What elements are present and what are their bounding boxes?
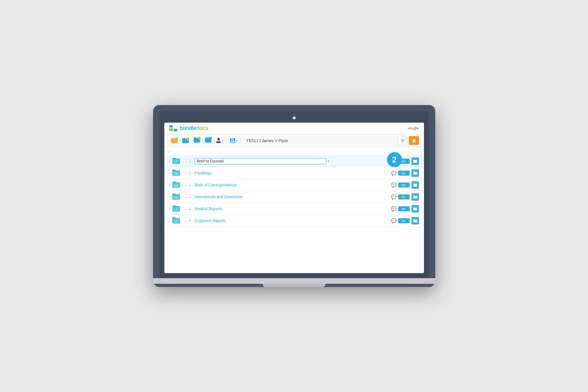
svg-rect-10 — [231, 138, 234, 140]
toolbar-title: TE511 | James V Piper — [246, 138, 288, 143]
row-actions-5: 💬 Inc — [391, 205, 419, 213]
screen: bundledocs info@▾ + — [164, 123, 424, 273]
row-expand-2[interactable]: › — [169, 171, 170, 175]
toolbar: + + — [164, 134, 424, 147]
save-button[interactable]: ▾ — [229, 136, 239, 145]
svg-text:↓: ↓ — [209, 137, 211, 140]
add-folder-button[interactable]: + — [181, 136, 191, 145]
folder-row: › 13 — 3 Book of Correspondence 💬 Inc — [164, 179, 424, 191]
camera — [293, 116, 296, 119]
comment-icon-5[interactable]: 💬 — [391, 206, 396, 211]
row-num-1: — 1 — [185, 159, 192, 163]
folder-action-btn-4[interactable] — [411, 193, 419, 201]
folder-action-btn-6[interactable] — [411, 217, 419, 225]
folder-icon-wrap-1: 7 — [172, 157, 180, 165]
folder-icon-wrap-6: 6 — [172, 217, 180, 225]
folder-icon-wrap-2: 10 — [172, 169, 180, 177]
logo-part1: bundle — [180, 125, 196, 131]
folder-row: › 12 — 4 Attendances and Statements 💬 In… — [164, 191, 424, 203]
refresh-button[interactable]: ⟳ — [398, 136, 407, 145]
svg-text:13: 13 — [175, 184, 177, 187]
row-expand-5[interactable]: › — [169, 207, 170, 210]
folder-action-btn-1[interactable] — [411, 157, 419, 165]
row-actions-6: 💬 Inc — [391, 217, 419, 225]
move-up-button[interactable]: ↑ — [192, 136, 202, 145]
expand-row: › — [164, 147, 424, 155]
comment-icon-6[interactable]: 💬 — [391, 218, 396, 223]
inc-btn-6[interactable]: Inc — [398, 218, 410, 223]
logo-icon — [169, 125, 178, 131]
laptop-frame: bundledocs info@▾ + — [153, 105, 435, 287]
svg-text:6: 6 — [176, 220, 177, 223]
expand-arrow[interactable]: › — [169, 150, 170, 153]
toolbar-right: ⟳ — [398, 136, 419, 145]
laptop-stand — [263, 284, 326, 287]
separator — [226, 137, 227, 144]
svg-text:12: 12 — [175, 196, 177, 199]
notification-button[interactable] — [409, 136, 419, 145]
row-num-4: — 4 — [185, 195, 192, 199]
screen-bezel: bundledocs info@▾ + — [159, 111, 429, 278]
folder-name-6: Engineers Reports — [195, 219, 391, 223]
folder-name-2: Pleadings — [195, 171, 391, 175]
row-expand-3[interactable]: › — [169, 183, 170, 187]
comment-icon-4[interactable]: 💬 — [391, 194, 396, 199]
folder-action-btn-5[interactable] — [411, 205, 419, 213]
person-dropdown-button[interactable]: ▾ — [215, 136, 225, 145]
row-num-2: — 2 — [185, 171, 192, 175]
svg-text:10: 10 — [175, 172, 177, 175]
folder-name-4: Attendances and Statements — [195, 195, 391, 199]
row-num-5: — 5 — [185, 207, 192, 211]
row-num-6: — 6 — [185, 219, 192, 223]
folder-icon-wrap-5: 1 — [172, 205, 180, 213]
folder-icon-wrap-4: 12 — [172, 193, 180, 201]
open-folder-button[interactable]: + — [169, 136, 179, 145]
folder-icon-wrap-3: 13 — [172, 181, 180, 189]
logo-part2: docs — [196, 125, 208, 131]
folder-name-5: Medical Reports — [195, 207, 391, 211]
badge-2: 2 — [387, 152, 402, 167]
folder-name-input-1[interactable] — [195, 158, 326, 164]
svg-text:+: + — [187, 138, 188, 140]
folder-action-btn-3[interactable] — [411, 181, 419, 189]
row-num-3: — 3 — [185, 183, 192, 187]
svg-text:7: 7 — [176, 160, 177, 163]
svg-text:1: 1 — [176, 208, 177, 211]
folder-row: › 7 — 1 ▾ 💬 Inc — [164, 155, 424, 167]
folder-name-3: Book of Correspondence — [195, 183, 391, 187]
row-actions-3: 💬 Inc — [391, 181, 419, 189]
svg-text:↑: ↑ — [198, 137, 200, 140]
comment-icon-2[interactable]: 💬 — [391, 171, 396, 176]
folder-row: › 10 — 2 Pleadings 💬 Inc — [164, 167, 424, 179]
app-header: bundledocs info@▾ — [164, 123, 424, 134]
folder-row: › 1 — 5 Medical Reports 💬 Inc — [164, 203, 424, 215]
folder-action-btn-2[interactable] — [411, 169, 419, 177]
logo-text: bundledocs — [180, 125, 208, 131]
inc-btn-3[interactable]: Inc — [398, 183, 410, 188]
inc-btn-4[interactable]: Inc — [398, 194, 410, 199]
row-actions-2: 💬 Inc — [391, 169, 419, 177]
inc-btn-2[interactable]: Inc — [398, 171, 410, 176]
content-area: 2 › 7 — 1 ▾ 💬 — [164, 155, 424, 227]
user-menu[interactable]: info@▾ — [408, 126, 419, 130]
separator-2 — [241, 137, 241, 144]
logo-area: bundledocs — [169, 125, 208, 131]
inc-btn-5[interactable]: Inc — [398, 206, 410, 211]
row-expand-1[interactable]: › — [169, 159, 170, 163]
folder-row: › 6 — 6 Engineers Reports 💬 Inc — [164, 215, 424, 227]
row-expand-4[interactable]: › — [169, 195, 170, 199]
laptop-base — [153, 278, 435, 284]
svg-text:+: + — [176, 138, 177, 140]
folder-rows: › 10 — 2 Pleadings 💬 Inc › 13 — [164, 167, 424, 227]
move-down-button[interactable]: ↓ — [203, 136, 213, 145]
svg-rect-11 — [231, 140, 235, 143]
svg-point-8 — [217, 138, 220, 140]
comment-icon-3[interactable]: 💬 — [391, 183, 396, 188]
row-expand-6[interactable]: › — [169, 219, 170, 222]
row-actions-4: 💬 Inc — [391, 193, 419, 201]
